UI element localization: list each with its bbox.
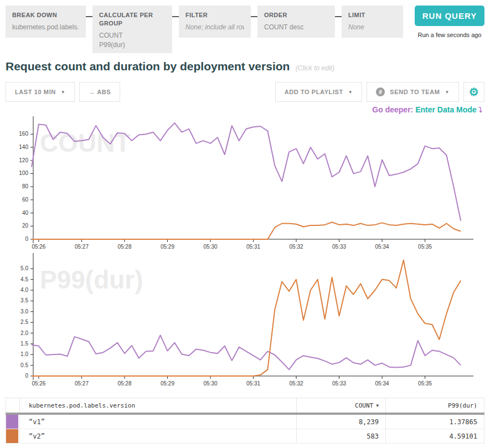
go-deeper-row: Go deeper: Enter Data Mode ⤵ <box>6 105 484 114</box>
svg-text:20: 20 <box>22 223 29 229</box>
table-row[interactable]: “v1” 8,239 1.37865 <box>6 415 484 429</box>
count-chart[interactable]: COUNT02040608010012014016005:2605:2705:2… <box>0 116 490 251</box>
results-table: kubernetes.pod.labels.version COUNT ▼ P9… <box>6 398 484 444</box>
calculate-value-count: COUNT <box>99 31 166 40</box>
svg-text:P99(dur): P99(dur) <box>40 265 143 294</box>
query-builder-bar: BREAK DOWN kubernetes.pod.labels.v CALCU… <box>6 6 484 53</box>
filter-label: FILTER <box>185 11 244 19</box>
svg-text:0: 0 <box>25 373 28 379</box>
series-swatch-cell <box>6 429 20 443</box>
time-range-dropdown[interactable]: LAST 10 MIN ▼ <box>6 82 75 102</box>
svg-text:05:33: 05:33 <box>332 244 346 250</box>
svg-text:05:29: 05:29 <box>161 244 174 250</box>
svg-text:05:27: 05:27 <box>75 244 89 250</box>
add-to-playlist-label: ADD TO PLAYLIST <box>285 89 343 95</box>
svg-text:05:34: 05:34 <box>375 380 389 387</box>
add-to-playlist-dropdown[interactable]: ADD TO PLAYLIST ▼ <box>275 82 363 102</box>
column-header-p99[interactable]: P99(dur) <box>386 398 484 413</box>
svg-text:05:35: 05:35 <box>418 244 432 250</box>
svg-text:0: 0 <box>25 236 28 242</box>
series-swatch-cell <box>6 415 20 429</box>
svg-text:05:28: 05:28 <box>117 380 131 387</box>
row-name-v2: “v2” <box>20 429 297 443</box>
swatch-column-header <box>6 398 20 413</box>
page-title[interactable]: Request count and duration by deployment… <box>6 60 290 73</box>
svg-text:05:32: 05:32 <box>290 244 303 250</box>
limit-box[interactable]: LIMIT None <box>342 6 403 38</box>
svg-text:40: 40 <box>22 210 29 216</box>
box-connector <box>86 16 92 17</box>
svg-text:3.0: 3.0 <box>20 308 28 315</box>
title-edit-hint: (Click to edit) <box>296 64 334 72</box>
column-header-breakdown[interactable]: kubernetes.pod.labels.version <box>20 398 297 413</box>
chevron-down-icon: ▼ <box>61 90 66 95</box>
breakdown-label: BREAK DOWN <box>12 11 79 19</box>
order-label: ORDER <box>264 11 328 19</box>
calculate-box[interactable]: CALCULATE PER GROUP COUNT P99(dur) <box>92 6 172 53</box>
svg-text:05:32: 05:32 <box>290 380 303 387</box>
svg-text:05:30: 05:30 <box>203 380 217 387</box>
row-count-v2: 583 <box>297 429 386 443</box>
svg-text:140: 140 <box>19 144 28 150</box>
svg-text:4.5: 4.5 <box>20 276 28 282</box>
order-value: COUNT desc <box>264 23 328 32</box>
svg-text:05:34: 05:34 <box>375 244 389 250</box>
svg-text:2.0: 2.0 <box>20 330 28 336</box>
slack-icon: # <box>376 87 385 96</box>
v2-color-swatch <box>6 429 18 443</box>
svg-text:1.0: 1.0 <box>20 351 28 357</box>
svg-text:5.0: 5.0 <box>20 265 28 271</box>
order-box[interactable]: ORDER COUNT desc <box>257 6 335 38</box>
run-query-button[interactable]: RUN QUERY <box>415 6 484 26</box>
time-range-label: LAST 10 MIN <box>15 89 56 95</box>
svg-text:05:35: 05:35 <box>418 380 432 387</box>
chevron-down-icon: ▼ <box>445 90 450 95</box>
go-deeper-prefix: Go deeper: <box>372 105 413 114</box>
table-row[interactable]: “v2” 583 4.59101 <box>6 429 484 444</box>
svg-text:60: 60 <box>22 197 29 203</box>
abs-time-button[interactable]: → ABS <box>79 82 120 102</box>
svg-text:1.5: 1.5 <box>20 341 28 347</box>
svg-text:100: 100 <box>19 170 28 176</box>
row-name-v1: “v1” <box>20 415 297 429</box>
svg-text:160: 160 <box>19 131 28 137</box>
limit-label: LIMIT <box>348 11 396 19</box>
svg-text:0.5: 0.5 <box>20 362 28 368</box>
sort-desc-icon: ▼ <box>376 403 379 408</box>
send-to-team-dropdown[interactable]: # SEND TO TEAM ▼ <box>367 82 459 102</box>
column-header-count[interactable]: COUNT ▼ <box>297 398 386 413</box>
svg-text:05:28: 05:28 <box>117 244 131 250</box>
svg-text:05:31: 05:31 <box>246 380 260 387</box>
box-connector <box>172 16 179 17</box>
gear-icon: ⚙ <box>469 85 479 99</box>
svg-text:05:27: 05:27 <box>75 380 89 387</box>
title-row: Request count and duration by deployment… <box>6 60 484 73</box>
abs-time-label: → ABS <box>89 89 111 95</box>
breakdown-box[interactable]: BREAK DOWN kubernetes.pod.labels.v <box>6 6 86 38</box>
svg-text:3.5: 3.5 <box>20 297 28 303</box>
svg-text:05:29: 05:29 <box>161 380 174 387</box>
calculate-label: CALCULATE PER GROUP <box>99 11 166 28</box>
svg-text:05:26: 05:26 <box>32 380 45 387</box>
limit-value: None <box>348 23 396 32</box>
box-connector <box>335 16 342 17</box>
filter-box[interactable]: FILTER None; include all rows <box>179 6 251 38</box>
down-arrow-icon: ⤵ <box>479 106 483 114</box>
row-p99-v1: 1.37865 <box>386 415 484 429</box>
enter-data-mode-link[interactable]: Enter Data Mode <box>415 105 476 114</box>
row-count-v1: 8,239 <box>297 415 386 429</box>
run-status-text: Run a few seconds ago <box>418 32 482 38</box>
svg-text:120: 120 <box>19 157 28 163</box>
box-connector <box>251 16 257 17</box>
v1-color-swatch <box>6 415 18 429</box>
filter-value: None; include all rows <box>185 23 244 32</box>
settings-button[interactable]: ⚙ <box>463 82 484 102</box>
svg-text:80: 80 <box>22 183 29 189</box>
send-to-team-label: SEND TO TEAM <box>390 89 440 95</box>
p99-duration-chart[interactable]: P99(dur)00.51.01.52.02.53.03.54.04.55.00… <box>0 253 490 388</box>
svg-text:05:33: 05:33 <box>332 380 346 387</box>
chevron-down-icon: ▼ <box>348 90 353 95</box>
table-header-row: kubernetes.pod.labels.version COUNT ▼ P9… <box>6 398 484 413</box>
svg-text:05:26: 05:26 <box>32 244 45 250</box>
svg-text:4.0: 4.0 <box>20 287 28 293</box>
